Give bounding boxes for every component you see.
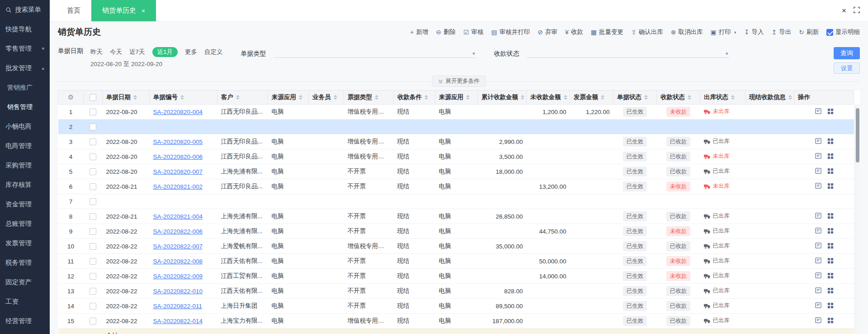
view-detail-icon[interactable] [815,287,822,294]
quick-option-today[interactable]: 今天 [110,48,122,56]
more-actions-icon[interactable] [827,108,834,115]
column-header-cash_info[interactable]: 现结收款信息 [745,91,794,105]
table-row[interactable]: 32022-08-20SA-20220820-005江西无印良品...电脑增值税… [58,134,854,149]
column-header-received[interactable]: 累计收款金额 [478,91,527,105]
sort-icon[interactable] [788,95,792,100]
quick-option-last-1-month[interactable]: 近1月 [152,47,178,57]
print-button[interactable]: ▣打印▾ [711,28,736,36]
more-actions-icon[interactable] [827,287,834,294]
more-actions-icon[interactable] [827,138,834,144]
settings-button[interactable]: 设置 [834,62,860,74]
batch-change-button[interactable]: ▦批量变更 [591,28,623,36]
confirm-outbound-button[interactable]: ⇧确认出库 [631,28,663,36]
add-button[interactable]: +新增 [410,28,428,36]
view-detail-icon[interactable] [815,242,822,249]
date-range-text[interactable]: 2022-08-20 至 2022-09-20 [90,60,223,68]
abandon-audit-button[interactable]: ⊘弃审 [538,28,557,36]
row-checkbox[interactable] [90,213,96,220]
tab-close-icon[interactable]: × [142,7,145,14]
sort-icon[interactable] [375,95,378,100]
table-row[interactable]: 2 [58,119,854,134]
column-header-doc_status[interactable]: 单据状态 [613,91,657,105]
gear-icon[interactable]: ⚙ [68,93,74,101]
sort-icon[interactable] [180,95,184,100]
quick-option-more[interactable]: 更多 [185,48,197,56]
row-checkbox[interactable] [90,318,96,324]
row-checkbox[interactable] [90,258,96,265]
more-actions-icon[interactable] [827,213,834,219]
row-checkbox[interactable] [90,168,96,175]
sidebar-item-ecom-mgmt[interactable]: 电商管理 [0,136,50,156]
sort-icon[interactable] [521,95,524,100]
view-detail-icon[interactable] [815,108,822,115]
sort-icon[interactable] [688,95,691,100]
sort-icon[interactable] [133,95,137,100]
sidebar-item-purchase-mgmt[interactable]: 采购管理 [0,156,50,175]
sidebar-item-marketing-promo[interactable]: 营销推广 [0,78,50,97]
view-detail-icon[interactable] [815,227,822,234]
view-detail-icon[interactable] [815,257,822,264]
vertical-scrollbar[interactable] [854,105,860,334]
column-header-unreceived[interactable]: 未收款金额 [527,91,570,105]
fullscreen-icon[interactable] [854,7,860,14]
tab-home[interactable]: 首页 [56,0,91,21]
doc-no-link[interactable]: SA-20220821-004 [153,213,203,220]
view-detail-icon[interactable] [815,138,822,144]
sidebar-item-retail-mgmt[interactable]: 零售管理▾ [0,39,50,58]
sidebar-item-xiaochang-ecom[interactable]: 小畅电商 [0,117,50,136]
view-detail-icon[interactable] [815,167,822,174]
quick-option-last-7-days[interactable]: 近7天 [129,48,145,56]
column-header-date[interactable]: 单据日期 [103,91,150,105]
sort-icon[interactable] [564,95,567,100]
query-button[interactable]: 查询 [834,47,860,59]
show-detail-checkbox[interactable] [826,29,833,36]
close-icon[interactable]: × [842,7,846,14]
column-header-invoice_type[interactable]: 票据类型 [344,91,394,105]
sidebar-item-invoice-mgmt[interactable]: 发票管理 [0,234,50,253]
table-row[interactable]: 7 [58,194,854,209]
column-header-pay_status[interactable]: 收款状态 [657,91,700,105]
doc-no-link[interactable]: SA-20220820-004 [153,109,203,115]
row-checkbox[interactable] [90,198,96,205]
sidebar-item-business-mgmt[interactable]: 经营管理 [0,311,50,331]
collect-payment-button[interactable]: ¥收款 [565,28,583,36]
table-row[interactable]: 152022-08-22SA-20220822-014上海宝力有限...电脑增值… [58,314,854,329]
sidebar-item-wholesale-mgmt[interactable]: 批发管理▴ [0,58,50,78]
sidebar-item-sales-mgmt[interactable]: 销售管理 [0,97,50,117]
row-checkbox[interactable] [90,288,96,295]
pay-status-select[interactable]: ▾ [527,47,729,58]
view-detail-icon[interactable] [815,272,822,279]
table-row[interactable]: 42022-08-20SA-20220820-006江西无印良品...电脑增值税… [58,149,854,164]
more-actions-icon[interactable] [827,228,834,234]
doc-no-link[interactable]: SA-20220822-010 [153,288,203,295]
sort-icon[interactable] [425,95,428,100]
column-header-pay_cond[interactable]: 收款条件 [394,91,435,105]
sort-icon[interactable] [644,95,648,100]
view-detail-icon[interactable] [815,317,822,324]
quick-option-custom[interactable]: 自定义 [204,48,223,56]
doc-no-link[interactable]: SA-20220820-005 [153,138,203,145]
audit-print-button[interactable]: ▤审核并打印 [491,28,530,36]
scrollbar-thumb[interactable] [856,108,859,162]
sort-icon[interactable] [236,95,240,100]
expand-more-button[interactable]: 展开更多条件 [432,76,486,87]
table-row[interactable]: 132022-08-22SA-20220822-010江西天佑有限...电脑不开… [58,284,854,299]
view-detail-icon[interactable] [815,182,822,189]
select-all-checkbox[interactable] [90,94,96,101]
column-header-customer[interactable]: 客户 [217,91,268,105]
more-actions-icon[interactable] [827,183,834,189]
column-header-salesman[interactable]: 业务员 [309,91,344,105]
doc-no-link[interactable]: SA-20220821-002 [153,183,203,190]
doc-no-link[interactable]: SA-20220822-011 [153,303,203,310]
table-row[interactable]: 102022-08-22SA-20220822-007上海爱帆有限...电脑增值… [58,239,854,254]
sidebar-item-search-menu[interactable]: 搜索菜单 [0,0,50,19]
tab-sales-order-history[interactable]: 销货单历史 × [91,0,156,21]
row-checkbox[interactable] [90,124,96,130]
more-actions-icon[interactable] [827,272,834,279]
quick-option-yesterday[interactable]: 昨天 [90,48,103,56]
table-row[interactable]: 82022-08-21SA-20220821-004上海先浦有限...电脑不开票… [58,209,854,224]
doc-no-link[interactable]: SA-20220820-007 [153,168,203,175]
sidebar-item-fixed-assets[interactable]: 固定资产 [0,272,50,292]
more-actions-icon[interactable] [827,243,834,249]
refresh-button[interactable]: ↻刷新 [799,28,819,36]
